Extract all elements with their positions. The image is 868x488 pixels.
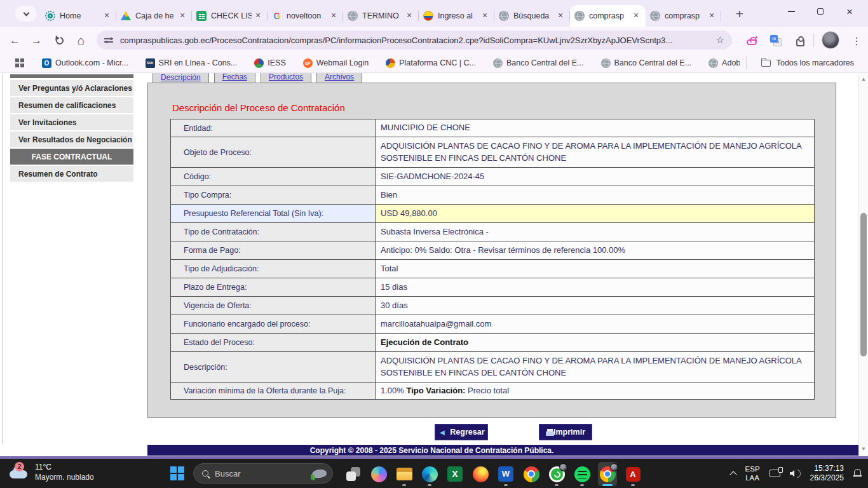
- bookmark-label: Outlook.com - Micr...: [55, 58, 128, 67]
- taskbar-icon-file-explorer[interactable]: [395, 462, 414, 486]
- bookmark-item[interactable]: Adobe Acrobat: [709, 58, 740, 68]
- tab-descripcion[interactable]: Descripción: [153, 73, 209, 83]
- home-button[interactable]: ⌂: [72, 32, 90, 49]
- site-info-icon[interactable]: [104, 37, 113, 43]
- sidebar-item[interactable]: Ver Invitaciones: [10, 114, 133, 130]
- translate-glyph-icon: [770, 35, 782, 46]
- bookmark-item[interactable]: Outlook.com - Micr...: [42, 58, 128, 68]
- bookmark-item[interactable]: Banco Central del E...: [601, 58, 692, 68]
- maximize-button[interactable]: [806, 1, 835, 22]
- search-placeholder: Buscar: [215, 469, 310, 478]
- page-title: Descripción del Proceso de Contratación: [172, 102, 345, 113]
- browser-tab[interactable]: CHECK LIS×: [192, 5, 268, 27]
- scroll-up-arrow[interactable]: ▲: [859, 76, 868, 82]
- browser-tab-active[interactable]: comprasp×: [570, 5, 646, 27]
- tab-title: Ingreso al: [438, 11, 478, 20]
- browser-menu-button[interactable]: ⋮: [850, 32, 864, 49]
- spotify-icon: [574, 466, 590, 482]
- forward-button[interactable]: →: [28, 32, 45, 49]
- scroll-down-arrow[interactable]: ▼: [859, 446, 868, 452]
- tab-fechas[interactable]: Fechas: [214, 73, 255, 83]
- taskbar-icon-edge[interactable]: [420, 462, 439, 486]
- reload-button[interactable]: [51, 32, 68, 49]
- notifications-bell-icon[interactable]: [853, 469, 862, 478]
- bookmark-item[interactable]: SRI en Línea - Cons...: [146, 58, 238, 68]
- scrollbar-thumb[interactable]: [860, 213, 867, 356]
- taskbar-icon-chrome-active[interactable]: [598, 462, 617, 486]
- bookmark-item[interactable]: IESS: [254, 58, 286, 68]
- regresar-button[interactable]: ◄ Regresar: [435, 424, 488, 440]
- firefox-icon: [473, 466, 489, 482]
- weather-temp: 11°C: [35, 462, 94, 472]
- browser-tab[interactable]: Búsqueda×: [494, 5, 570, 27]
- tab-close-icon[interactable]: ×: [480, 11, 490, 21]
- tab-search-button[interactable]: [15, 6, 37, 22]
- url-text[interactable]: compraspublicas.gob.ec/ProcesoContrataci…: [120, 36, 710, 45]
- imprimir-button[interactable]: Imprimir: [539, 424, 592, 440]
- sidebar-item[interactable]: Ver Preguntas y/ó Aclaraciones: [10, 80, 133, 96]
- taskbar-icon-firefox[interactable]: [471, 462, 490, 486]
- browser-tab[interactable]: noveltoon×: [268, 5, 343, 27]
- minimize-button[interactable]: [776, 1, 806, 22]
- taskbar-icon-acrobat[interactable]: [623, 462, 642, 486]
- browser-tab[interactable]: Ingreso al×: [419, 5, 494, 27]
- tab-close-icon[interactable]: ×: [177, 11, 187, 21]
- taskbar-search[interactable]: Buscar: [193, 463, 333, 484]
- row-label: Presupuesto Referencial Total (Sin Iva):: [171, 205, 376, 222]
- back-button[interactable]: ←: [6, 32, 24, 49]
- weather-widget[interactable]: 2 11°C Mayorm. nublado: [9, 462, 94, 482]
- taskbar-icon-copilot[interactable]: [369, 462, 388, 486]
- row-value-text: MUNICIPIO DE CHONE: [381, 122, 470, 133]
- extensions-puzzle-icon[interactable]: [792, 32, 808, 49]
- browser-tab[interactable]: comprasp×: [646, 5, 721, 27]
- browser-tab[interactable]: Caja de he×: [116, 5, 192, 27]
- tab-close-icon[interactable]: ×: [555, 11, 566, 21]
- tab-close-icon[interactable]: ×: [329, 11, 339, 21]
- process-info-table: Entidad:MUNICIPIO DE CHONEObjeto de Proc…: [170, 119, 815, 400]
- tab-archivos[interactable]: Archivos: [316, 73, 362, 83]
- bookmark-item[interactable]: Banco Central del E...: [493, 58, 584, 68]
- outlook-bookmark-icon: [42, 58, 51, 68]
- browser-tab[interactable]: TERMINO×: [343, 5, 419, 27]
- page-content: Ver Preguntas y/ó AclaracionesResumen de…: [0, 73, 868, 456]
- taskbar-icon-spotify[interactable]: [573, 462, 592, 486]
- bookmarks-overflow[interactable]: Todos los marcadores: [746, 57, 854, 69]
- taskbar-icon-chrome[interactable]: [522, 462, 541, 486]
- bookmark-item[interactable]: Plataforma CNC | C...: [386, 58, 476, 68]
- network-icon[interactable]: [770, 470, 780, 477]
- vertical-scrollbar[interactable]: ▲ ▼: [858, 73, 868, 456]
- volume-icon[interactable]: [790, 470, 801, 478]
- taskbar-icon-excel[interactable]: [445, 462, 465, 486]
- row-value-text: Anticipo: 0% Saldo: Otra - Revisar térmi…: [381, 245, 625, 256]
- taskbar-icon-word[interactable]: [496, 462, 515, 486]
- browser-tab[interactable]: Home×: [41, 5, 116, 27]
- sidebar-item[interactable]: Ver Resultados de Negociación: [10, 132, 133, 147]
- sidebar-item[interactable]: Resumen de calificaciones: [10, 97, 133, 113]
- new-tab-button[interactable]: +: [731, 6, 749, 22]
- tab-close-icon[interactable]: ×: [631, 11, 641, 21]
- taskbar-icon-whatsapp[interactable]: [547, 462, 566, 486]
- bookmark-item[interactable]: Webmail Login: [303, 58, 369, 68]
- clock[interactable]: 15:37:13 26/3/2025: [810, 464, 844, 483]
- tab-close-icon[interactable]: ×: [404, 11, 414, 21]
- translate-icon[interactable]: [768, 32, 784, 49]
- globe-favicon-icon: [499, 11, 509, 21]
- language-indicator[interactable]: ESP LAA: [745, 464, 760, 482]
- tab-title: TERMINO: [362, 11, 403, 20]
- apps-grid-icon[interactable]: [15, 58, 19, 62]
- tab-productos[interactable]: Productos: [261, 73, 311, 83]
- tab-close-icon[interactable]: ×: [253, 11, 263, 21]
- bookmark-star-icon[interactable]: ☆: [716, 34, 724, 46]
- taskbar-icon-task-view[interactable]: [344, 462, 363, 486]
- sidebar-item[interactable]: Resumen de Contrato: [10, 166, 133, 182]
- tray-chevron-up-icon[interactable]: [729, 471, 736, 478]
- taskbar: 2 11°C Mayorm. nublado Buscar ESP LAA 15…: [0, 459, 868, 488]
- tab-close-icon[interactable]: ×: [102, 11, 112, 21]
- tab-close-icon[interactable]: ×: [707, 11, 717, 21]
- page-left-border: [2, 73, 3, 444]
- start-button[interactable]: [170, 466, 184, 480]
- address-bar[interactable]: compraspublicas.gob.ec/ProcesoContrataci…: [97, 30, 732, 50]
- extension-pink-cloud-icon[interactable]: [743, 32, 760, 49]
- profile-avatar[interactable]: [822, 31, 839, 49]
- close-button[interactable]: ×: [835, 1, 864, 22]
